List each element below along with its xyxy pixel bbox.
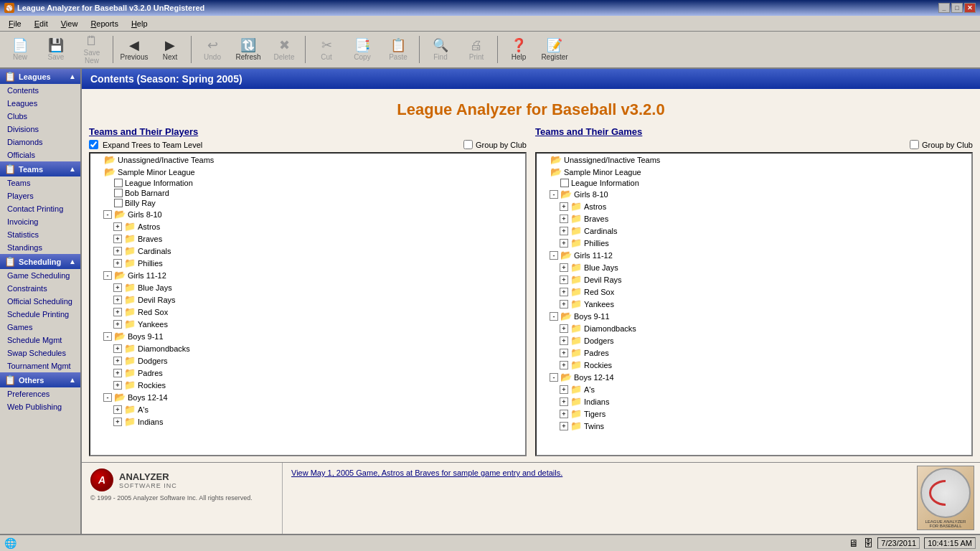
tree-item[interactable]: +📁Tigers [537,408,971,420]
tree-expand-icon[interactable]: + [560,324,568,333]
tree-item[interactable]: +📁Twins [537,420,971,432]
tree-item[interactable]: +📁Devil Rays [90,293,525,306]
tree-item[interactable]: +📁Diamondbacks [90,342,525,354]
tree-expand-icon[interactable]: + [560,215,568,223]
tree-item[interactable]: +📁A's [537,383,971,395]
tree-item[interactable]: +📁Phillies [537,237,971,249]
sidebar-item-statistics[interactable]: Statistics [0,228,80,241]
tree-item[interactable]: +📁Astros [537,200,971,212]
tree-expand-icon[interactable]: + [113,283,122,292]
tree-expand-icon[interactable]: + [113,381,122,390]
minimize-button[interactable]: _ [938,3,950,13]
tree-item[interactable]: -📂Boys 12-14 [90,391,525,403]
tree-item[interactable]: +📁Padres [90,367,525,379]
tree-item[interactable]: +📁Indians [537,395,971,408]
tree-checkbox[interactable] [114,189,123,197]
toolbar-undo[interactable]: ↩ Undo [195,33,230,66]
group-by-club-checkbox-left[interactable] [463,140,473,149]
tree-expand-icon[interactable]: + [560,202,568,211]
tree-expand-icon[interactable]: + [113,418,122,426]
sidebar-item-constraints[interactable]: Constraints [0,282,80,295]
tree-expand-icon[interactable]: + [560,263,568,272]
toolbar-register[interactable]: 📝 Register [537,33,572,66]
tree-expand-icon[interactable]: + [560,288,568,296]
sidebar-item-preferences[interactable]: Preferences [0,387,80,400]
tree-expand-icon[interactable]: - [550,190,558,199]
sidebar-section-others[interactable]: 📋 Others ▲ [0,372,80,387]
tree-item[interactable]: League Information [537,178,971,188]
tree-expand-icon[interactable]: + [560,239,568,248]
tree-item[interactable]: +📁Blue Jays [537,261,971,273]
left-panel-tree[interactable]: 📂Unassigned/Inactive Teams📂Sample Minor … [89,152,527,456]
tree-item[interactable]: -📂Girls 8-10 [90,208,525,220]
left-panel-title[interactable]: Teams and Their Players [89,126,527,137]
tree-item[interactable]: 📂Unassigned/Inactive Teams [90,154,525,166]
toolbar-find[interactable]: 🔍 Find [423,33,458,66]
tree-checkbox[interactable] [114,179,123,187]
sidebar-item-web-publishing[interactable]: Web Publishing [0,400,80,413]
tree-item[interactable]: 📂Sample Minor League [537,166,971,178]
sidebar-item-standings[interactable]: Standings [0,241,80,254]
sidebar-item-leagues[interactable]: Leagues [0,97,80,110]
tree-expand-icon[interactable]: + [560,300,568,309]
tree-expand-icon[interactable]: + [560,336,568,345]
tree-expand-icon[interactable]: + [113,344,122,353]
toolbar-paste[interactable]: 📋 Paste [381,33,415,66]
sidebar-item-officials[interactable]: Officials [0,149,80,161]
tree-item[interactable]: +📁Phillies [90,257,525,269]
sidebar-section-teams[interactable]: 📋 Teams ▲ [0,161,80,176]
tree-item[interactable]: +📁Dodgers [537,334,971,347]
group-by-club-checkbox-right[interactable] [910,140,919,149]
tree-expand-icon[interactable]: - [550,312,558,321]
toolbar-refresh[interactable]: 🔃 Refresh [231,33,265,66]
tree-expand-icon[interactable]: + [113,247,122,255]
tree-item[interactable]: +📁A's [90,403,525,415]
sidebar-item-contents[interactable]: Contents [0,84,80,97]
tree-item[interactable]: -📂Boys 9-11 [90,330,525,342]
tree-expand-icon[interactable]: - [103,332,112,341]
tree-expand-icon[interactable]: + [560,385,568,394]
tree-item[interactable]: +📁Red Sox [537,286,971,298]
sidebar-item-teams[interactable]: Teams [0,176,80,189]
tree-item[interactable]: +📁Devil Rays [537,273,971,286]
tree-item[interactable]: +📁Dodgers [90,354,525,367]
tree-item[interactable]: +📁Cardinals [90,245,525,257]
toolbar-next[interactable]: ▶ Next [153,33,187,66]
tree-expand-icon[interactable]: + [113,296,122,304]
tree-expand-icon[interactable]: + [113,222,122,231]
tree-item[interactable]: -📂Girls 8-10 [537,188,971,200]
tree-expand-icon[interactable]: - [550,251,558,260]
tree-checkbox[interactable] [114,199,123,207]
tree-item[interactable]: +📁Blue Jays [90,281,525,293]
menu-file[interactable]: File [3,18,27,29]
tree-expand-icon[interactable]: + [113,357,122,365]
tree-expand-icon[interactable]: + [560,276,568,284]
tree-expand-icon[interactable]: - [103,271,112,280]
toolbar-delete[interactable]: ✖ Delete [267,33,301,66]
toolbar-copy[interactable]: 📑 Copy [345,33,380,66]
menu-reports[interactable]: Reports [85,18,124,29]
sidebar-item-schedule-mgmt[interactable]: Schedule Mgmt [0,334,80,347]
sidebar-item-invoicing[interactable]: Invoicing [0,215,80,228]
tree-item[interactable]: +📁Red Sox [90,306,525,318]
sidebar-item-players[interactable]: Players [0,189,80,202]
tree-item[interactable]: +📁Indians [90,415,525,428]
tree-item[interactable]: +📁Braves [537,212,971,225]
tree-item[interactable]: +📁Rockies [537,359,971,371]
tree-item[interactable]: 📂Unassigned/Inactive Teams [537,154,971,166]
tree-expand-icon[interactable]: + [560,422,568,430]
tree-expand-icon[interactable]: + [113,308,122,316]
tree-expand-icon[interactable]: + [113,235,122,243]
tree-item[interactable]: +📁Braves [90,232,525,245]
info-link[interactable]: View May 1, 2005 Game, Astros at Braves … [291,468,562,477]
tree-expand-icon[interactable]: + [560,227,568,235]
tree-expand-icon[interactable]: + [113,369,122,377]
sidebar-item-game-scheduling[interactable]: Game Scheduling [0,269,80,282]
sidebar-item-clubs[interactable]: Clubs [0,110,80,123]
toolbar-print[interactable]: 🖨 Print [459,33,494,66]
tree-item[interactable]: +📁Diamondbacks [537,322,971,334]
sidebar-item-schedule-printing[interactable]: Schedule Printing [0,308,80,321]
close-button[interactable]: ✕ [964,3,976,13]
toolbar-previous[interactable]: ◀ Previous [117,33,151,66]
tree-item[interactable]: +📁Yankees [537,298,971,310]
